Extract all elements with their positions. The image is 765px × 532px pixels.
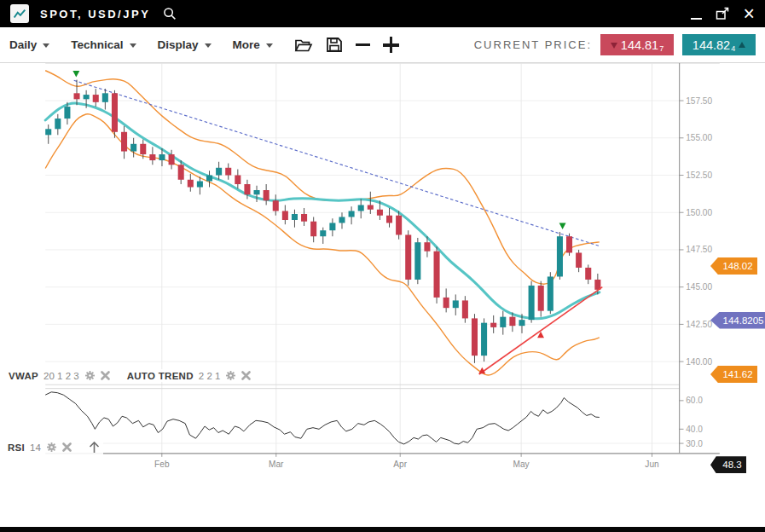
auto-trend-label: AUTO TREND xyxy=(127,371,194,381)
candle-body-down xyxy=(377,210,383,216)
chart-area: 157.50155.00152.50150.00147.50145.00142.… xyxy=(0,63,765,532)
candle-body-up xyxy=(197,182,203,188)
candle-body-down xyxy=(396,216,402,235)
zoom-out-button[interactable] xyxy=(356,43,370,47)
month-label: Apr xyxy=(393,460,407,469)
candle-body-up xyxy=(557,236,563,276)
zoom-in-button[interactable] xyxy=(383,37,399,53)
ask-pip-digit: 4 xyxy=(731,44,735,55)
rsi-tick-label: 30.0 xyxy=(686,439,703,448)
vwap-settings-gear-icon[interactable] xyxy=(84,370,96,381)
menu-more[interactable]: More xyxy=(233,38,273,51)
save-icon[interactable] xyxy=(326,37,343,53)
price-tick-label: 140.00 xyxy=(686,357,712,367)
open-folder-icon[interactable] xyxy=(294,38,313,53)
month-label: Jun xyxy=(645,460,658,469)
candle-body-up xyxy=(414,242,420,280)
bid-value: 144.81 xyxy=(621,38,658,52)
window-bottom-edge xyxy=(0,527,765,532)
auto-trend-params: 2 2 1 xyxy=(199,371,221,381)
candle-body-down xyxy=(405,234,411,279)
chevron-down-icon xyxy=(205,43,212,51)
candle-body-down xyxy=(585,268,591,280)
close-button[interactable]: × xyxy=(744,5,755,22)
candle-body-up xyxy=(216,168,222,176)
rsi-tick-label: 40.0 xyxy=(686,425,703,434)
rsi-label: RSI xyxy=(8,442,25,453)
rsi-tick-label: 60.0 xyxy=(686,396,703,405)
rsi-collapse-arrow-icon[interactable] xyxy=(89,441,100,454)
candle-body-down xyxy=(386,216,392,223)
candle-body-down xyxy=(235,176,241,184)
bearish-pivot-marker-icon xyxy=(559,223,566,228)
bollinger-lower-line xyxy=(45,114,600,375)
popout-button[interactable] xyxy=(716,7,730,20)
ask-price-badge[interactable]: 144.82 4 xyxy=(682,34,756,55)
candle-body-down xyxy=(462,300,468,318)
auto-trend-remove-icon[interactable] xyxy=(241,371,251,380)
price-tick-label: 145.00 xyxy=(686,282,712,292)
candle-body-up xyxy=(500,317,506,327)
candle-body-up xyxy=(292,214,298,220)
rsi-line xyxy=(45,392,600,444)
candle-body-up xyxy=(529,286,535,320)
current-price-label: CURRENT PRICE: xyxy=(474,38,592,51)
candle-body-down xyxy=(140,144,146,154)
price-tick-label: 147.50 xyxy=(686,245,712,254)
candle-body-down xyxy=(282,211,288,219)
candle-body-down xyxy=(273,200,279,211)
candle-body-up xyxy=(102,93,108,101)
candle-body-up xyxy=(349,211,355,217)
candle-body-down xyxy=(121,132,127,152)
candle-body-up xyxy=(64,107,70,119)
candle-body-up xyxy=(320,230,326,236)
bid-pip-digit: 7 xyxy=(659,44,664,55)
minimize-button[interactable] xyxy=(691,18,702,20)
price-chart[interactable]: 157.50155.00152.50150.00147.50145.00142.… xyxy=(0,63,765,532)
chart-window: SPOT, USD/JPY × Daily Tech xyxy=(0,0,765,532)
candle-body-down xyxy=(188,180,194,188)
candle-body-down xyxy=(576,252,582,267)
toolbar: Daily Technical Display More xyxy=(0,27,765,63)
candle-body-up xyxy=(329,223,335,230)
auto-trend-settings-gear-icon[interactable] xyxy=(225,370,236,381)
chevron-down-icon xyxy=(266,43,273,51)
vwap-remove-icon[interactable] xyxy=(101,371,110,380)
candle-body-up xyxy=(339,217,345,223)
rsi-settings-gear-icon[interactable] xyxy=(46,442,57,453)
bid-price-badge[interactable]: 144.81 7 xyxy=(600,34,674,55)
menu-display[interactable]: Display xyxy=(158,38,212,51)
candle-body-up xyxy=(254,190,260,194)
candle-body-down xyxy=(149,154,155,160)
rsi-remove-icon[interactable] xyxy=(62,442,72,452)
menu-daily[interactable]: Daily xyxy=(9,38,49,51)
candle-body-up xyxy=(45,129,51,135)
candle-body-up xyxy=(358,205,364,211)
candle-body-up xyxy=(206,176,212,182)
price-tick-label: 152.50 xyxy=(686,171,712,180)
chevron-down-icon xyxy=(43,43,49,51)
candle-body-down xyxy=(264,190,269,200)
price-tick-label: 157.50 xyxy=(686,96,712,106)
candle-body-down xyxy=(244,184,250,194)
candle-body-down xyxy=(301,214,307,222)
candle-body-down xyxy=(74,93,80,99)
month-label: May xyxy=(513,460,530,469)
overlay-indicator-labels: VWAP 20 1 2 3 AUTO TREND 2 2 1 xyxy=(5,369,254,382)
vwap-params: 20 1 2 3 xyxy=(43,371,79,381)
candle-body-up xyxy=(159,154,165,160)
candle-body-down xyxy=(310,222,316,236)
candle-body-down xyxy=(368,205,374,209)
bearish-pivot-marker-icon xyxy=(72,71,79,77)
price-tick-label: 142.50 xyxy=(686,320,712,329)
price-up-arrow-icon xyxy=(739,38,745,48)
vwap-line xyxy=(45,103,600,319)
window-title: SPOT, USD/JPY xyxy=(40,8,150,20)
search-icon[interactable] xyxy=(163,7,177,20)
candle-body-up xyxy=(548,276,553,310)
candle-body-up xyxy=(84,95,90,99)
price-down-arrow-icon xyxy=(611,43,617,52)
candle-body-up xyxy=(55,119,61,129)
menu-technical[interactable]: Technical xyxy=(71,38,136,51)
titlebar: SPOT, USD/JPY × xyxy=(0,0,765,27)
